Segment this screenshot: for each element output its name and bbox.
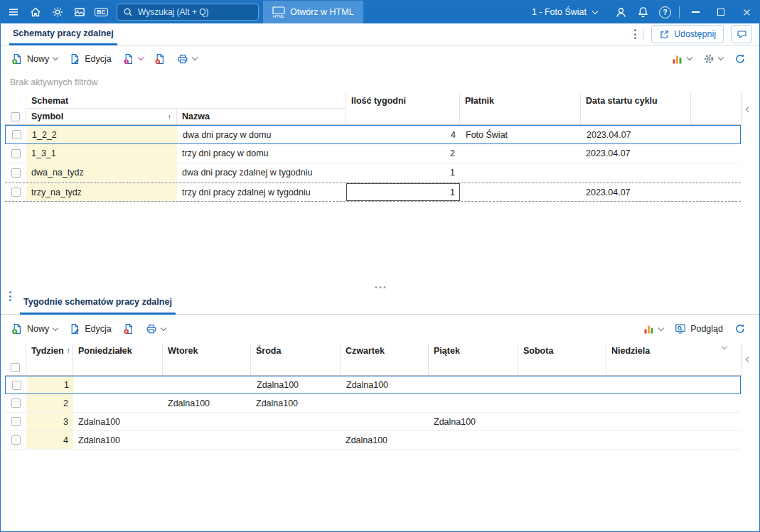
appearance-button[interactable] xyxy=(46,1,68,23)
cell-poniedzialek[interactable]: Zdalna100 xyxy=(73,431,163,449)
column-header-ilosc-tygodni[interactable]: Ilość tygodni xyxy=(346,93,460,124)
column-header-nazwa[interactable]: Nazwa xyxy=(177,109,346,124)
new-button[interactable]: Nowy xyxy=(6,320,63,337)
cell-ilosc[interactable]: 2 xyxy=(346,144,460,163)
cell-nazwa[interactable]: dwa dni pracy w domu xyxy=(178,126,347,143)
cell-poniedzialek[interactable]: Zdalna100 xyxy=(73,413,163,430)
column-header-sroda[interactable]: Środa xyxy=(251,343,341,375)
cell-niedziela[interactable] xyxy=(607,376,740,393)
help-button[interactable]: ? xyxy=(654,1,676,23)
splitter-handle-icon[interactable] xyxy=(375,286,385,288)
feedback-button[interactable] xyxy=(731,25,752,43)
maximize-button[interactable] xyxy=(708,1,734,23)
settings-button[interactable] xyxy=(698,50,728,67)
cell-tydzien[interactable]: 4 xyxy=(26,431,73,449)
cell-ilosc[interactable]: 1 xyxy=(346,163,460,182)
table-row[interactable]: 2 Zdalna100 Zdalna100 xyxy=(5,394,741,413)
cell-platnik[interactable]: Foto Świat xyxy=(461,126,582,143)
tab-schematy-pracy-zdalnej[interactable]: Schematy pracy zdalnej xyxy=(9,23,117,45)
cell-sroda[interactable]: Zdalna100 xyxy=(251,394,341,412)
close-button[interactable] xyxy=(734,1,759,23)
cell-sobota[interactable] xyxy=(518,394,606,412)
cell-piatek[interactable] xyxy=(429,376,519,393)
cell-symbol[interactable]: 1_3_1 xyxy=(26,144,177,163)
column-panel-collapse[interactable] xyxy=(742,93,755,125)
cell-czwartek[interactable]: Zdalna100 xyxy=(341,376,429,393)
open-in-html-button[interactable]: HTML Otwórz w HTML xyxy=(263,1,363,23)
home-button[interactable] xyxy=(24,1,46,23)
table-row[interactable]: 1_3_1 trzy dni pracy w domu 2 2023.04.07 xyxy=(5,144,741,163)
cell-wtorek[interactable] xyxy=(163,413,251,430)
chart-button[interactable] xyxy=(667,50,697,67)
cell-nazwa[interactable]: trzy dni pracy zdalnej w tygodniu xyxy=(177,183,346,201)
row-checkbox[interactable] xyxy=(11,435,21,445)
bc-module-button[interactable]: BC xyxy=(90,1,112,23)
table-row[interactable]: 3 Zdalna100 Zdalna100 xyxy=(5,413,741,431)
cell-data[interactable] xyxy=(581,163,691,182)
cell-czwartek[interactable] xyxy=(341,413,429,430)
column-header-platnik[interactable]: Płatnik xyxy=(460,93,581,124)
cell-ilosc-focused[interactable]: 1 xyxy=(346,183,460,201)
row-checkbox[interactable] xyxy=(11,417,21,426)
cell-czwartek[interactable] xyxy=(341,394,429,412)
notifications-button[interactable] xyxy=(632,1,654,23)
refresh-button[interactable] xyxy=(729,50,751,67)
chart-button[interactable] xyxy=(638,320,668,337)
cell-niedziela[interactable] xyxy=(606,413,741,430)
column-header-tydzien[interactable]: Tydzien ↑ xyxy=(26,343,73,375)
column-header-poniedzialek[interactable]: Poniedziałek xyxy=(73,343,163,375)
cell-poniedzialek[interactable] xyxy=(73,394,163,412)
cell-tydzien[interactable]: 2 xyxy=(26,394,73,412)
main-menu-button[interactable] xyxy=(2,1,24,23)
cell-nazwa[interactable]: dwa dni pracy zdalnej w tygodniu xyxy=(177,163,346,182)
cell-data[interactable]: 2023.04.07 xyxy=(581,144,691,163)
column-header-piatek[interactable]: Piątek xyxy=(429,343,518,375)
tab-tygodnie-schematow[interactable]: Tygodnie schematów pracy zdalnej xyxy=(20,291,176,315)
cell-sobota[interactable] xyxy=(519,376,607,393)
column-header-symbol[interactable]: Symbol ↑ xyxy=(26,109,177,124)
cell-sroda[interactable]: Zdalna100 xyxy=(252,376,341,393)
cell-piatek[interactable]: Zdalna100 xyxy=(429,413,518,430)
cell-sobota[interactable] xyxy=(518,413,606,430)
edit-button[interactable]: Edycja xyxy=(64,50,117,67)
delete-button[interactable] xyxy=(149,50,171,67)
cell-sobota[interactable] xyxy=(518,431,606,449)
column-header-sobota[interactable]: Sobota xyxy=(518,343,606,375)
cell-ilosc[interactable]: 4 xyxy=(347,126,461,143)
global-search[interactable] xyxy=(117,4,259,21)
cell-symbol[interactable]: 1_2_2 xyxy=(27,126,178,143)
table-row[interactable]: 1 Zdalna100 Zdalna100 xyxy=(5,376,741,394)
table-row[interactable]: 4 Zdalna100 Zdalna100 xyxy=(5,431,741,450)
share-button[interactable]: Udostępnij xyxy=(651,25,724,43)
edit-button[interactable]: Edycja xyxy=(64,320,117,337)
column-header-data-startu[interactable]: Data startu cyklu xyxy=(581,93,691,124)
minimize-button[interactable] xyxy=(683,1,708,23)
select-all-checkbox[interactable] xyxy=(11,363,20,372)
row-checkbox[interactable] xyxy=(11,168,21,178)
column-header-wtorek[interactable]: Wtorek xyxy=(163,343,251,375)
cell-piatek[interactable] xyxy=(429,394,518,412)
table-row[interactable]: 1_2_2 dwa dni pracy w domu 4 Foto Świat … xyxy=(5,125,741,144)
company-selector[interactable]: 1 - Foto Świat xyxy=(532,7,597,17)
cell-wtorek[interactable] xyxy=(163,431,251,449)
print-button[interactable] xyxy=(141,320,171,337)
cell-niedziela[interactable] xyxy=(606,394,741,412)
cell-sroda[interactable] xyxy=(251,413,341,430)
table-row[interactable]: dwa_na_tydz dwa dni pracy zdalnej w tygo… xyxy=(5,163,741,183)
cell-symbol[interactable]: dwa_na_tydz xyxy=(26,163,177,182)
cell-data[interactable]: 2023.04.07 xyxy=(582,126,692,143)
row-checkbox[interactable] xyxy=(11,398,21,408)
refresh-button[interactable] xyxy=(729,320,751,337)
cell-czwartek[interactable]: Zdalna100 xyxy=(341,431,429,449)
cell-data[interactable]: 2023.04.07 xyxy=(581,183,691,201)
open-windows-button[interactable] xyxy=(68,1,90,23)
cell-tydzien[interactable]: 3 xyxy=(26,413,73,430)
search-input[interactable] xyxy=(138,7,252,17)
row-checkbox[interactable] xyxy=(11,188,21,197)
cell-poniedzialek[interactable] xyxy=(74,376,164,393)
column-header-czwartek[interactable]: Czwartek xyxy=(341,343,429,375)
cell-platnik[interactable] xyxy=(460,163,581,182)
panel-splitter[interactable] xyxy=(1,202,759,291)
delete-button[interactable] xyxy=(118,320,139,337)
user-profile-button[interactable] xyxy=(610,1,632,23)
